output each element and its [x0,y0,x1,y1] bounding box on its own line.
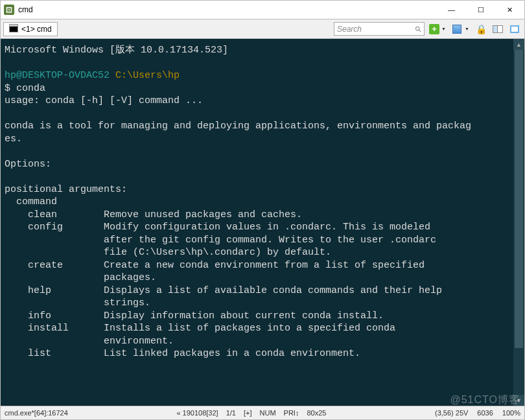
term-cmd-config: config Modify configuration values in .c… [5,222,430,233]
scrollbar[interactable]: ▲ ▼ [513,39,524,406]
search-input[interactable]: Search ⚲ [334,22,425,36]
new-tab-button[interactable]: + ▼ [427,22,448,36]
titlebar-left: ⊡ cmd [1,5,33,15]
term-prompt: $ conda [5,83,45,94]
search-placeholder: Search [337,25,362,34]
tab-cmd[interactable]: <1> cmd [3,22,58,36]
term-cmd-help: help Displays a list of available conda … [5,285,442,296]
terminal[interactable]: Microsoft Windows [版本 10.0.17134.523] hp… [0,39,525,406]
chevron-down-icon: ▼ [441,27,446,31]
scroll-up-icon[interactable]: ▲ [513,39,524,50]
app-icon: ⊡ [4,5,14,15]
window-title: cmd [18,5,33,14]
status-bar: cmd.exe*[64]:16724 « 190108[32] 1/1 [+] … [0,406,525,420]
panel-button[interactable] [508,22,522,36]
split-icon [493,25,503,33]
term-cmd-info: info Display information about current c… [5,310,384,321]
minimize-button[interactable]: — [437,1,466,19]
window-controls: — ☐ ✕ [437,1,524,19]
status-pri: PRI↕ [284,409,299,417]
status-date: « 190108[32] [176,409,218,417]
term-user: hp@DESKTOP-OVDAC52 [5,70,110,81]
maximize-button[interactable]: ☐ [466,1,495,19]
term-cmd-install: environment. [5,336,174,347]
status-cursor: (3,56) 25V [435,409,468,417]
status-plus: [+] [244,409,252,417]
term-cmd-install: install Installs a list of packages into… [5,323,395,334]
term-usage: usage: conda [-h] [-V] command ... [5,95,203,106]
close-button[interactable]: ✕ [495,1,524,19]
term-cmd-list: list List linked packages in a conda env… [5,348,360,359]
window-titlebar: ⊡ cmd — ☐ ✕ [0,0,525,19]
term-line: Microsoft Windows [版本 10.0.17134.523] [5,45,228,56]
terminal-icon [9,25,18,32]
panel-icon [510,25,519,33]
lock-button[interactable]: 🔒 [474,22,488,36]
tab-label: <1> cmd [21,25,52,34]
term-cmd-config: after the git config command. Writes to … [5,235,436,246]
status-pid: 6036 [477,409,493,417]
term-cmd-create: create Create a new conda environment fr… [5,260,425,271]
term-cmd-clean: clean Remove unused packages and caches. [5,209,302,220]
status-zoom: 100% [502,409,520,417]
plus-icon: + [429,24,439,34]
view-button[interactable]: ▼ [450,22,471,36]
status-process: cmd.exe*[64]:16724 [5,409,68,417]
term-command: command [5,196,57,207]
term-posargs: positional arguments: [5,184,127,195]
term-options: Options: [5,159,51,170]
term-desc: es. [5,134,22,145]
toolbar: <1> cmd Search ⚲ + ▼ ▼ 🔒 [0,19,525,39]
term-desc: conda is a tool for managing and deployi… [5,121,471,132]
term-cmd-create: packages. [5,272,156,283]
scrollbar-thumb[interactable] [515,50,523,348]
term-cmd-help: strings. [5,298,150,309]
toolbar-right: Search ⚲ + ▼ ▼ 🔒 [334,22,522,36]
status-right: (3,56) 25V 6036 100% [435,409,520,417]
bar-icon [452,25,461,34]
term-path: C:\Users\hp [110,70,180,81]
status-size: 80x25 [307,409,326,417]
term-cmd-config: file (C:\Users\hp\.condarc) by default. [5,247,331,258]
watermark: @51CTO博客 [450,393,520,407]
chevron-down-icon: ▼ [465,27,469,31]
search-icon: ⚲ [413,23,423,34]
status-center: « 190108[32] 1/1 [+] NUM PRI↕ 80x25 [176,409,326,417]
status-page: 1/1 [226,409,236,417]
lock-icon: 🔒 [476,24,487,34]
status-num: NUM [260,409,276,417]
split-view-button[interactable] [491,22,505,36]
